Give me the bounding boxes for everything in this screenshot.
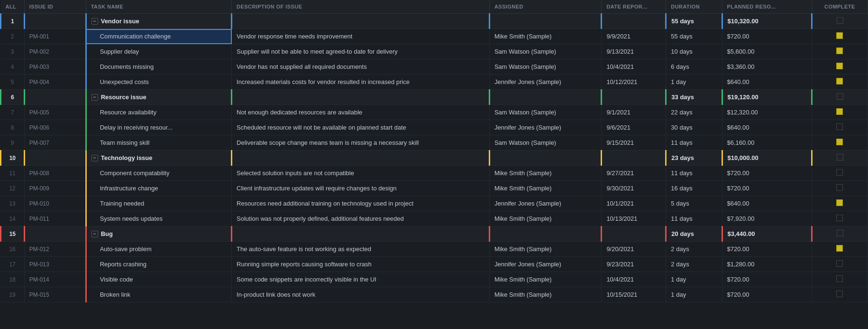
group-duration: 23 days [666, 150, 722, 166]
task-name-cell[interactable]: Resource availability [86, 105, 231, 120]
duration-cell: 1 day [666, 287, 722, 302]
complete-empty-icon [837, 93, 843, 100]
task-name-cell[interactable]: Delay in receiving resour... [86, 120, 231, 135]
group-assigned-empty [489, 150, 601, 166]
table-row: 14PM-011System needs updatesSolution was… [1, 211, 868, 226]
group-date-empty [602, 90, 666, 105]
group-header-row: 15−Bug20 days$3,440.00 [1, 226, 868, 242]
task-name-cell[interactable]: Supplier delay [86, 44, 231, 59]
table-row: 8PM-006Delay in receiving resour...Sched… [1, 120, 868, 135]
group-planned: $10,000.00 [722, 150, 812, 166]
task-name-cell[interactable]: Visible code [86, 272, 231, 287]
assigned-cell: Mike Smith (Sample) [489, 211, 601, 226]
group-header-row: 10−Technology issue23 days$10,000.00 [1, 150, 868, 166]
planned-cell: $12,320.00 [722, 105, 812, 120]
assigned-cell: Sam Watson (Sample) [489, 44, 601, 59]
planned-cell: $640.00 [722, 120, 812, 135]
complete-cell[interactable] [812, 196, 868, 211]
header-planned: PLANNED RESO... [722, 0, 812, 14]
task-name-cell[interactable]: Documents missing [86, 59, 231, 75]
table-row: 18PM-014Visible codeSome code snippets a… [1, 272, 868, 287]
date-cell: 9/30/2021 [602, 181, 666, 196]
complete-empty-icon [836, 215, 843, 221]
group-toggle-button[interactable]: − [91, 18, 98, 25]
group-title-cell[interactable]: −Technology issue [86, 150, 231, 166]
complete-cell[interactable] [812, 150, 868, 166]
group-name-label: Technology issue [101, 154, 153, 161]
group-toggle-button[interactable]: − [91, 94, 98, 101]
complete-cell[interactable] [812, 44, 868, 59]
header-description: DESCRIPTION OF ISSUE [232, 0, 490, 14]
assigned-cell: Sam Watson (Sample) [489, 135, 601, 150]
task-name-cell[interactable]: Communication challenge [86, 29, 231, 44]
assigned-cell: Jennifer Jones (Sample) [489, 196, 601, 211]
task-name-cell[interactable]: Reports crashing [86, 257, 231, 272]
task-name-cell[interactable]: Component compatability [86, 166, 231, 181]
issue-id-cell: PM-005 [24, 105, 86, 120]
group-name-label: Resource issue [101, 94, 146, 101]
issue-id-cell: PM-011 [24, 211, 86, 226]
group-id-empty [24, 150, 86, 166]
assigned-cell: Mike Smith (Sample) [489, 287, 601, 302]
complete-cell[interactable] [812, 29, 868, 44]
duration-cell: 1 day [666, 272, 722, 287]
table-row: 13PM-010Training neededResources need ad… [1, 196, 868, 211]
complete-cell[interactable] [812, 226, 868, 242]
group-duration: 33 days [666, 90, 722, 105]
complete-check-icon [836, 108, 843, 115]
complete-cell[interactable] [812, 90, 868, 105]
complete-cell[interactable] [812, 242, 868, 257]
complete-cell[interactable] [812, 211, 868, 226]
assigned-cell: Mike Smith (Sample) [489, 181, 601, 196]
task-name-cell[interactable]: System needs updates [86, 211, 231, 226]
planned-cell: $5,600.00 [722, 44, 812, 59]
date-cell: 9/6/2021 [602, 120, 666, 135]
task-name-cell[interactable]: Broken link [86, 287, 231, 302]
date-cell: 9/20/2021 [602, 242, 666, 257]
issues-table: ALL ISSUE ID TASK NAME DESCRIPTION OF IS… [0, 0, 868, 302]
task-name-cell[interactable]: Unexpected costs [86, 75, 231, 90]
description-cell: Solution was not properly defined, addit… [232, 211, 490, 226]
complete-cell[interactable] [812, 181, 868, 196]
complete-empty-icon [836, 291, 843, 297]
row-number: 16 [1, 242, 25, 257]
complete-cell[interactable] [812, 287, 868, 302]
header-complete: COMPLETE [812, 0, 868, 14]
planned-cell: $720.00 [722, 166, 812, 181]
date-cell: 10/13/2021 [602, 211, 666, 226]
complete-cell[interactable] [812, 257, 868, 272]
assigned-cell: Jennifer Jones (Sample) [489, 120, 601, 135]
complete-cell[interactable] [812, 166, 868, 181]
issue-id-cell: PM-012 [24, 242, 86, 257]
group-date-empty [602, 226, 666, 242]
description-cell: Vendor has not supplied all required doc… [232, 59, 490, 75]
group-toggle-button[interactable]: − [91, 155, 98, 161]
assigned-cell: Mike Smith (Sample) [489, 29, 601, 44]
complete-cell[interactable] [812, 59, 868, 75]
group-toggle-button[interactable]: − [91, 231, 98, 237]
group-title-cell[interactable]: −Bug [86, 226, 231, 242]
header-assigned: ASSIGNED [489, 0, 601, 14]
group-title-cell[interactable]: −Resource issue [86, 90, 231, 105]
assigned-cell: Sam Watson (Sample) [489, 59, 601, 75]
complete-check-icon [836, 78, 843, 85]
complete-cell[interactable] [812, 272, 868, 287]
planned-cell: $720.00 [722, 287, 812, 302]
row-number: 5 [1, 75, 25, 90]
task-name-cell[interactable]: Team missing skill [86, 135, 231, 150]
complete-cell[interactable] [812, 75, 868, 90]
row-number: 8 [1, 120, 25, 135]
group-title-cell[interactable]: −Vendor issue [86, 14, 231, 29]
task-name-cell[interactable]: Infrastructure change [86, 181, 231, 196]
table-row: 5PM-004Unexpected costsIncreased materia… [1, 75, 868, 90]
description-cell: Vendor response time needs improvement [232, 29, 490, 44]
duration-cell: 5 days [666, 196, 722, 211]
task-name-cell[interactable]: Training needed [86, 196, 231, 211]
complete-cell[interactable] [812, 135, 868, 150]
task-name-cell[interactable]: Auto-save problem [86, 242, 231, 257]
description-cell: Supplier will not be able to meet agreed… [232, 44, 490, 59]
complete-cell[interactable] [812, 120, 868, 135]
complete-empty-icon [836, 169, 843, 176]
complete-cell[interactable] [812, 14, 868, 29]
complete-cell[interactable] [812, 105, 868, 120]
